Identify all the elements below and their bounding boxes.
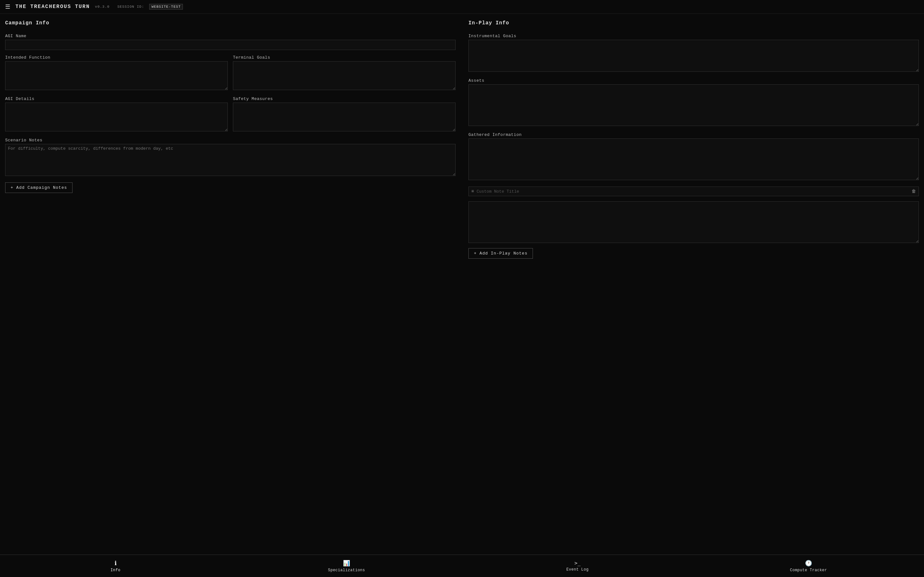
nav-label-specializations: Specializations	[328, 568, 365, 572]
nav-label-info: Info	[111, 568, 121, 572]
add-inplay-notes-container: + Add In-Play Notes	[468, 248, 919, 259]
version-badge: v0.3.0	[95, 5, 110, 9]
add-campaign-notes-button[interactable]: + Add Campaign Notes	[5, 182, 73, 193]
intended-function-input[interactable]	[5, 61, 228, 90]
assets-input[interactable]	[468, 84, 919, 126]
custom-note-title-input[interactable]	[477, 189, 909, 194]
compute-tracker-icon: 🕐	[805, 560, 812, 567]
nav-item-event-log[interactable]: >_ Event Log	[462, 555, 693, 577]
custom-note-header: ≡ 🗑	[468, 187, 919, 196]
gathered-information-input[interactable]	[468, 139, 919, 180]
app-title: THE TREACHEROUS TURN	[15, 4, 90, 10]
nav-item-compute-tracker[interactable]: 🕐 Compute Tracker	[693, 555, 924, 577]
event-log-icon: >_	[574, 560, 580, 566]
function-goals-row: Intended Function Terminal Goals	[5, 55, 456, 91]
intended-function-field: Intended Function	[5, 55, 228, 91]
campaign-info-title: Campaign Info	[5, 20, 456, 26]
scenario-notes-label: Scenario Notes	[5, 138, 456, 143]
inplay-info-title: In-Play Info	[468, 20, 919, 26]
right-column: In-Play Info Instrumental Goals Assets G…	[468, 20, 919, 551]
add-campaign-notes-container: + Add Campaign Notes	[5, 182, 456, 193]
app-header: ☰ THE TREACHEROUS TURN v0.3.0 SESSION ID…	[0, 0, 924, 14]
specializations-icon: 📊	[343, 560, 350, 567]
left-column: Campaign Info AGI Name Intended Function…	[5, 20, 456, 551]
scenario-notes-input[interactable]	[5, 144, 456, 176]
instrumental-goals-field: Instrumental Goals	[468, 34, 919, 73]
nav-item-specializations[interactable]: 📊 Specializations	[231, 555, 462, 577]
info-icon: ℹ	[115, 560, 117, 567]
terminal-goals-field: Terminal Goals	[233, 55, 456, 91]
agi-details-label: AGI Details	[5, 97, 228, 101]
details-safety-row: AGI Details Safety Measures	[5, 97, 456, 133]
bottom-nav: ℹ Info 📊 Specializations >_ Event Log 🕐 …	[0, 554, 924, 577]
safety-measures-field: Safety Measures	[233, 97, 456, 133]
nav-item-info[interactable]: ℹ Info	[0, 555, 231, 577]
main-content: Campaign Info AGI Name Intended Function…	[0, 14, 924, 576]
scenario-notes-field: Scenario Notes	[5, 138, 456, 177]
instrumental-goals-label: Instrumental Goals	[468, 34, 919, 39]
agi-name-field: AGI Name	[5, 34, 456, 50]
terminal-goals-label: Terminal Goals	[233, 55, 456, 60]
agi-name-input[interactable]	[5, 40, 456, 50]
delete-custom-note-icon[interactable]: 🗑	[911, 189, 916, 194]
assets-field: Assets	[468, 78, 919, 127]
menu-icon[interactable]: ☰	[5, 3, 10, 10]
instrumental-goals-input[interactable]	[468, 40, 919, 72]
custom-note-body-input[interactable]	[468, 201, 919, 243]
agi-details-field: AGI Details	[5, 97, 228, 133]
intended-function-label: Intended Function	[5, 55, 228, 60]
nav-label-compute-tracker: Compute Tracker	[790, 568, 827, 572]
safety-measures-label: Safety Measures	[233, 97, 456, 101]
nav-label-event-log: Event Log	[566, 567, 588, 572]
agi-details-input[interactable]	[5, 103, 228, 131]
hamburger-icon: ≡	[471, 189, 474, 194]
gathered-information-label: Gathered Information	[468, 132, 919, 137]
agi-name-label: AGI Name	[5, 34, 456, 39]
safety-measures-input[interactable]	[233, 103, 456, 131]
session-id: WEBSITE-TEST	[149, 4, 183, 10]
terminal-goals-input[interactable]	[233, 61, 456, 90]
gathered-information-field: Gathered Information	[468, 132, 919, 181]
add-inplay-notes-button[interactable]: + Add In-Play Notes	[468, 248, 533, 259]
session-label: SESSION ID:	[118, 5, 144, 9]
assets-label: Assets	[468, 78, 919, 83]
